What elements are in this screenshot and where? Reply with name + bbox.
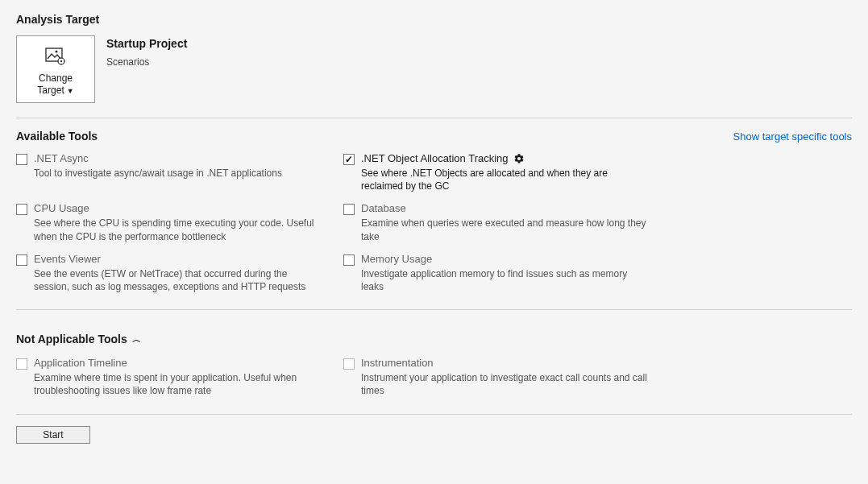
not-applicable-tools-label: Not Applicable Tools xyxy=(16,333,127,345)
tool-checkbox-disabled xyxy=(16,358,27,370)
tool-description: Examine when queries were executed and m… xyxy=(361,217,650,242)
chevron-up-icon: ︿ xyxy=(132,333,141,345)
tool-checkbox[interactable] xyxy=(343,254,355,266)
svg-point-1 xyxy=(55,51,57,53)
tool-description: Tool to investigate async/await usage in… xyxy=(34,167,322,180)
available-tools-heading: Available Tools xyxy=(16,130,98,143)
tool-checkbox[interactable] xyxy=(16,254,27,266)
svg-point-3 xyxy=(60,60,62,62)
tool-description: See where the CPU is spending time execu… xyxy=(34,217,322,242)
divider xyxy=(16,118,852,118)
divider xyxy=(16,414,852,415)
analysis-target-heading: Analysis Target xyxy=(16,13,852,26)
tool-item: Memory UsageInvestigate application memo… xyxy=(343,253,650,293)
tool-checkbox[interactable] xyxy=(16,204,27,215)
image-picker-icon xyxy=(45,48,66,68)
tool-name: .NET Async xyxy=(34,152,89,164)
start-button[interactable]: Start xyxy=(16,426,90,444)
project-subtitle: Scenarios xyxy=(106,56,187,68)
tool-description: See the events (ETW or NetTrace) that oc… xyxy=(34,267,322,293)
tool-description: Instrument your application to investiga… xyxy=(361,371,650,397)
tool-item: .NET Object Allocation TrackingSee where… xyxy=(343,152,650,192)
tool-checkbox-disabled xyxy=(343,358,355,370)
tool-checkbox[interactable] xyxy=(16,154,27,165)
tool-description: Examine where time is spent in your appl… xyxy=(34,371,322,397)
tool-name: CPU Usage xyxy=(34,202,89,214)
change-target-label-1: Change xyxy=(39,72,73,84)
show-target-specific-tools-link[interactable]: Show target specific tools xyxy=(733,130,852,143)
tool-name: Memory Usage xyxy=(361,253,432,265)
tool-name: Database xyxy=(361,202,406,214)
tool-item: Application TimelineExamine where time i… xyxy=(16,357,322,397)
tool-description: Investigate application memory to find i… xyxy=(361,267,650,293)
tool-item: CPU UsageSee where the CPU is spending t… xyxy=(16,202,322,242)
tool-name: Events Viewer xyxy=(34,253,101,265)
tool-item: InstrumentationInstrument your applicati… xyxy=(343,357,650,397)
gear-icon[interactable] xyxy=(513,153,525,164)
tool-description: See where .NET Objects are allocated and… xyxy=(361,167,650,192)
project-title: Startup Project xyxy=(106,37,187,50)
caret-down-icon: ▼ xyxy=(67,87,74,95)
tool-item: Events ViewerSee the events (ETW or NetT… xyxy=(16,253,322,293)
divider xyxy=(16,309,852,310)
change-target-button[interactable]: Change Target▼ xyxy=(16,35,95,103)
tool-name: .NET Object Allocation Tracking xyxy=(361,152,509,164)
tool-checkbox[interactable] xyxy=(343,204,355,215)
not-applicable-tools-toggle[interactable]: Not Applicable Tools ︿ xyxy=(16,333,141,345)
tool-item: DatabaseExamine when queries were execut… xyxy=(343,202,650,242)
tool-checkbox[interactable] xyxy=(343,154,355,165)
tool-item: .NET AsyncTool to investigate async/awai… xyxy=(16,152,322,192)
tool-name: Application Timeline xyxy=(34,357,322,369)
tool-name: Instrumentation xyxy=(361,357,650,369)
change-target-label-2: Target xyxy=(37,85,64,96)
